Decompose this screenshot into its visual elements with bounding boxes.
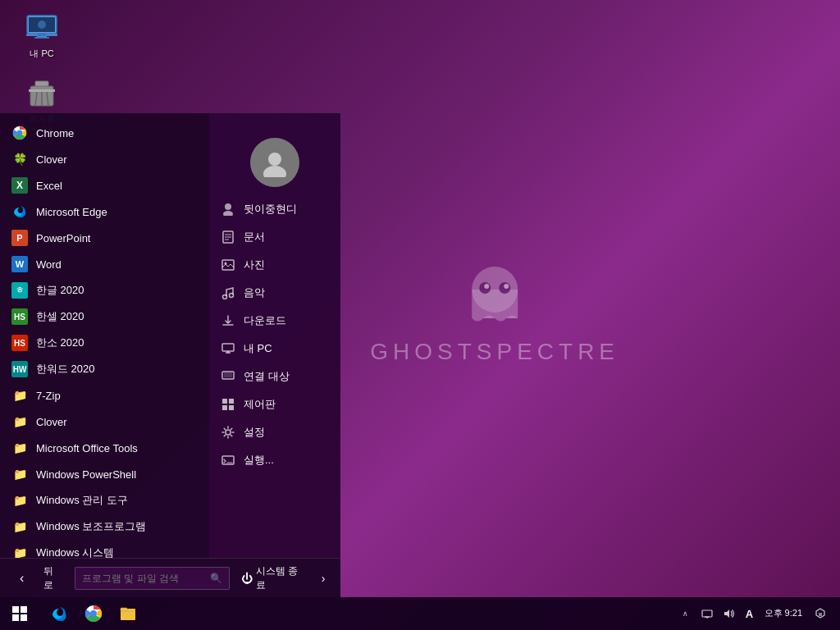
photos-label: 사진 — [244, 258, 265, 272]
clover-folder-icon: 📁 — [11, 413, 28, 430]
start-menu-left: Chrome 🍀 Clover X Excel — [0, 113, 209, 558]
tray-network[interactable] — [697, 597, 717, 630]
svg-rect-11 — [35, 81, 48, 86]
svg-rect-44 — [229, 399, 234, 404]
start-item-hanword[interactable]: HW 한워드 2020 — [0, 356, 209, 382]
svg-point-6 — [38, 21, 46, 29]
svg-point-35 — [230, 294, 234, 298]
music-icon — [221, 285, 235, 300]
svg-rect-51 — [21, 606, 27, 613]
search-input[interactable] — [82, 573, 205, 584]
back-label: 뒤로 — [43, 564, 62, 592]
start-item-win-protection[interactable]: 📁 Windows 보조프로그램 — [0, 514, 209, 540]
power-icon: ⏻ — [241, 572, 253, 585]
notification-button[interactable] — [807, 597, 833, 630]
win-protection-icon: 📁 — [11, 518, 28, 535]
start-item-win-admin[interactable]: 📁 Windows 관리 도구 — [0, 487, 209, 514]
tray-area: ∧ A — [676, 597, 760, 630]
powershell-icon: 📁 — [11, 466, 28, 482]
desktop-icon-mypc[interactable]: 내 PC — [13, 8, 71, 63]
tray-keyboard[interactable]: A — [740, 597, 760, 630]
svg-rect-36 — [222, 344, 234, 351]
ppt-label: PowerPoint — [36, 232, 90, 244]
documents-label: 문서 — [244, 230, 265, 244]
user-area[interactable] — [209, 121, 340, 195]
svg-rect-10 — [29, 89, 55, 92]
hancel-label: 한셀 2020 — [36, 309, 84, 324]
more-button[interactable]: › — [314, 568, 332, 588]
start-item-ms-office[interactable]: 📁 Microsoft Office Tools — [0, 435, 209, 461]
settings-label: 설정 — [244, 425, 265, 440]
win-admin-label: Windows 관리 도구 — [36, 493, 128, 508]
win-admin-icon: 📁 — [11, 492, 28, 509]
taskbar-time[interactable]: 오후 9:21 — [765, 607, 802, 619]
music-label: 음악 — [244, 285, 265, 300]
right-item-username[interactable]: 뒷이중현디 — [209, 195, 340, 223]
taskbar-files[interactable] — [112, 597, 144, 630]
right-item-downloads[interactable]: 다운로드 — [209, 307, 340, 335]
start-item-hancel[interactable]: HS 한셀 2020 — [0, 304, 209, 330]
word-label: Word — [36, 258, 62, 271]
right-item-music[interactable]: 음악 — [209, 279, 340, 307]
right-item-network[interactable]: 연결 대상 — [209, 363, 340, 390]
right-item-documents[interactable]: 문서 — [209, 223, 340, 251]
volume-tray-icon — [723, 608, 734, 619]
excel-icon: X — [11, 177, 28, 194]
hangeul-icon: ㅎ — [11, 282, 28, 299]
network-tray-icon — [701, 608, 713, 619]
start-item-win-system[interactable]: 📁 Windows 시스템 — [0, 540, 209, 558]
right-item-control-panel[interactable]: 제어판 — [209, 390, 340, 418]
downloads-icon — [221, 313, 235, 328]
right-item-photos[interactable]: 사진 — [209, 251, 340, 279]
ppt-icon: P — [11, 230, 28, 246]
ms-office-icon: 📁 — [11, 440, 28, 456]
start-item-hanso[interactable]: HS 한소 2020 — [0, 330, 209, 356]
svg-rect-53 — [21, 614, 27, 621]
svg-rect-46 — [229, 405, 234, 410]
tray-chevron[interactable]: ∧ — [676, 597, 696, 630]
taskbar-right: ∧ A 오후 9:21 — [676, 597, 840, 630]
7zip-icon: 📁 — [11, 387, 28, 404]
network-icon — [221, 369, 235, 384]
start-menu-bottom: ‹ 뒤로 🔍 ⏻ 시스템 종료 › — [0, 558, 340, 597]
taskbar-edge-icon — [50, 605, 68, 623]
start-item-7zip[interactable]: 📁 7-Zip — [0, 382, 209, 409]
downloads-label: 다운로드 — [244, 313, 286, 328]
start-item-excel[interactable]: X Excel — [0, 172, 209, 199]
start-item-clover-folder[interactable]: 📁 Clover — [0, 409, 209, 435]
tray-volume[interactable] — [719, 597, 738, 630]
mypc-right-icon — [221, 341, 235, 356]
svg-point-25 — [263, 166, 286, 177]
start-item-edge[interactable]: Microsoft Edge — [0, 199, 209, 225]
recycle-icon — [25, 77, 58, 110]
start-button[interactable] — [0, 597, 39, 630]
taskbar-time-value: 오후 9:21 — [765, 607, 802, 619]
win-system-label: Windows 시스템 — [36, 546, 114, 558]
username-icon — [221, 202, 235, 217]
svg-rect-8 — [38, 34, 46, 36]
search-box[interactable]: 🔍 — [75, 567, 230, 590]
svg-point-47 — [226, 430, 231, 435]
start-item-clover[interactable]: 🍀 Clover — [0, 146, 209, 172]
svg-point-27 — [223, 211, 233, 216]
svg-rect-32 — [222, 260, 234, 270]
right-item-mypc[interactable]: 내 PC — [209, 335, 340, 363]
hanso-label: 한소 2020 — [36, 336, 84, 350]
win-protection-label: Windows 보조프로그램 — [36, 519, 146, 534]
svg-rect-58 — [121, 608, 127, 611]
taskbar-edge[interactable] — [43, 597, 75, 630]
start-item-word[interactable]: W Word — [0, 251, 209, 277]
desktop: 내 PC 휴지통 GHOSTSPE — [0, 0, 840, 630]
photos-icon — [221, 258, 235, 272]
ghost-logo: GHOSTSPECTRE — [370, 265, 619, 365]
run-icon — [221, 453, 235, 468]
start-item-powershell[interactable]: 📁 Windows PowerShell — [0, 461, 209, 487]
right-item-run[interactable]: 실행... — [209, 446, 340, 474]
start-item-ppt[interactable]: P PowerPoint — [0, 225, 209, 251]
taskbar-chrome[interactable] — [77, 597, 110, 630]
back-button[interactable]: ‹ — [8, 564, 35, 593]
right-item-settings[interactable]: 설정 — [209, 418, 340, 446]
power-button[interactable]: ⏻ 시스템 종료 — [236, 561, 308, 596]
start-item-chrome[interactable]: Chrome — [0, 120, 209, 146]
start-item-hangeul[interactable]: ㅎ 한글 2020 — [0, 277, 209, 304]
